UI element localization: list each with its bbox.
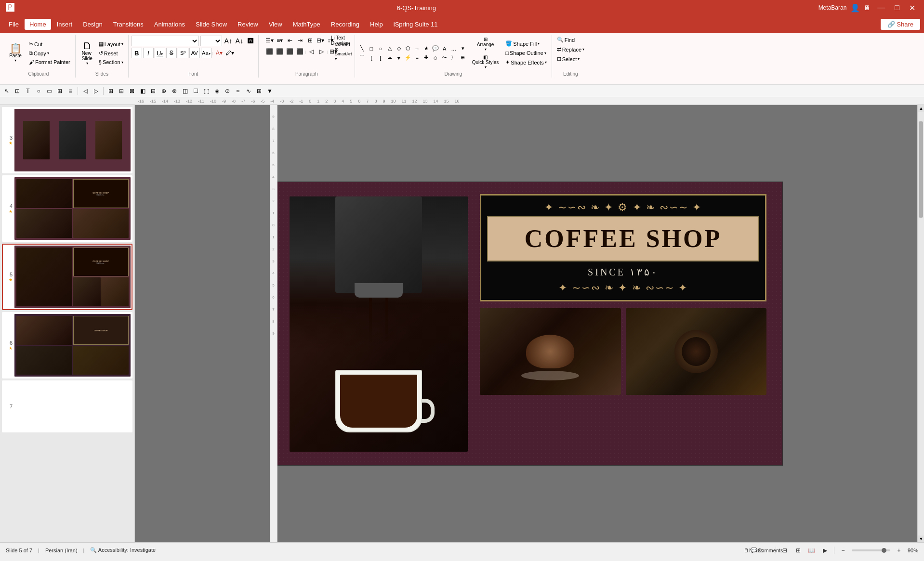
- shape-brace[interactable]: {: [367, 53, 376, 62]
- shape-curly[interactable]: 〉: [449, 53, 458, 62]
- qt-more9[interactable]: ⬚: [201, 86, 211, 96]
- scroll-up-button[interactable]: ▲: [918, 105, 924, 112]
- smart-art-button[interactable]: ⊞: [305, 36, 315, 45]
- font-increase-button[interactable]: A↑: [224, 36, 233, 46]
- menu-transitions[interactable]: Transitions: [108, 19, 148, 30]
- shape-fill-button[interactable]: 🪣 Shape Fill ▾: [503, 39, 548, 48]
- maximize-button[interactable]: □: [892, 3, 902, 12]
- menu-design[interactable]: Design: [78, 19, 107, 30]
- qt-more10[interactable]: ◈: [212, 86, 222, 96]
- qt-more14[interactable]: ⊞: [254, 86, 264, 96]
- reset-button[interactable]: ↺ Reset: [97, 49, 125, 57]
- shape-circle[interactable]: ○: [376, 44, 385, 53]
- justify-button[interactable]: ⬛: [295, 47, 305, 56]
- menu-recording[interactable]: Recording: [326, 19, 364, 30]
- section-button[interactable]: § Section ▾: [97, 58, 125, 66]
- menu-file[interactable]: File: [4, 19, 24, 30]
- rtl-button[interactable]: ◁: [307, 47, 317, 56]
- shape-heart[interactable]: ♥: [395, 53, 403, 62]
- shape-arrow[interactable]: →: [413, 44, 422, 53]
- qt-more4[interactable]: ⊟: [148, 86, 158, 96]
- convert-smartart-button[interactable]: Convert to SmartArt ▾: [339, 47, 348, 56]
- qt-text[interactable]: T: [23, 86, 33, 96]
- shape-outline-button[interactable]: □ Shape Outline ▾: [503, 49, 548, 57]
- slide-canvas[interactable]: ✦ ∼∽∾ ❧ ✦ ⚙ ✦ ❧ ∾∽∼ ✦ COFFEE SHOP SINCE …: [277, 182, 783, 466]
- reading-view-button[interactable]: 📖: [807, 546, 817, 555]
- increase-indent-button[interactable]: ⇥: [295, 36, 305, 45]
- qt-more6[interactable]: ⊗: [170, 86, 179, 96]
- shape-more[interactable]: …: [449, 44, 458, 53]
- decrease-indent-button[interactable]: ⇤: [285, 36, 295, 45]
- qt-align[interactable]: ⊟: [117, 86, 126, 96]
- zoom-in-button[interactable]: +: [894, 546, 904, 555]
- align-right-button[interactable]: ⬛: [285, 47, 295, 56]
- shape-diamond[interactable]: ◇: [395, 44, 403, 53]
- shape-eq[interactable]: =: [413, 53, 422, 62]
- menu-home[interactable]: Home: [25, 19, 51, 30]
- shadow-button[interactable]: S⁰: [178, 48, 188, 58]
- find-button[interactable]: 🔍 Find: [555, 36, 577, 44]
- replace-button[interactable]: ⇄ Replace ▾: [555, 45, 586, 53]
- arrange-button[interactable]: ⊞ Arrange ▾: [470, 36, 501, 52]
- bold-button[interactable]: B: [132, 48, 142, 58]
- slide-thumb-4[interactable]: 4 ★ COFFEE SHOP SINCE ۱۳۵۰: [2, 175, 132, 242]
- align-left-button[interactable]: ⬛: [265, 47, 275, 56]
- close-button[interactable]: ✕: [906, 3, 918, 13]
- strikethrough-button[interactable]: S: [166, 48, 177, 58]
- qt-more12[interactable]: ≈: [233, 86, 243, 96]
- canvas-area[interactable]: 9 8 7 6 5 4 3 2 1 0 1 2 3 4 5 6 7 8 9: [135, 105, 917, 542]
- menu-help[interactable]: Help: [365, 19, 388, 30]
- slide-thumb-6[interactable]: 6 ★ COFFEE SHOP: [2, 312, 132, 378]
- ltr-button[interactable]: ▷: [317, 47, 327, 56]
- shape-text[interactable]: A: [440, 44, 449, 53]
- shape-rect[interactable]: □: [367, 44, 376, 53]
- vertical-scrollbar[interactable]: ▲ ▼: [917, 105, 924, 542]
- shape-cross[interactable]: ✚: [422, 53, 431, 62]
- qt-more7[interactable]: ◫: [180, 86, 190, 96]
- qt-more3[interactable]: ◧: [138, 86, 147, 96]
- italic-button[interactable]: I: [143, 48, 154, 58]
- menu-review[interactable]: Review: [233, 19, 263, 30]
- slide-thumb-7[interactable]: 7: [2, 380, 132, 432]
- numbering-button[interactable]: ≡▾: [275, 36, 285, 45]
- comments-button[interactable]: 💬 Comments: [762, 546, 772, 555]
- shape-extra[interactable]: ⊕: [459, 53, 467, 62]
- qt-more8[interactable]: ☐: [191, 86, 200, 96]
- new-slide-button[interactable]: 🗋 New Slide ▾: [79, 40, 96, 66]
- normal-view-button[interactable]: ⊟: [780, 546, 790, 555]
- scroll-down-button[interactable]: ▼: [918, 535, 924, 542]
- shapes-dropdown[interactable]: ▾: [459, 44, 467, 53]
- shape-cloud[interactable]: ☁: [385, 53, 394, 62]
- zoom-out-button[interactable]: −: [838, 546, 848, 555]
- shape-line[interactable]: ╲: [358, 44, 367, 53]
- qt-pointer[interactable]: ↖: [2, 86, 12, 96]
- shape-star[interactable]: ★: [422, 44, 431, 53]
- shape-smiley[interactable]: ☺: [431, 53, 440, 62]
- underline-button[interactable]: U▾: [155, 48, 165, 58]
- font-size-select[interactable]: [200, 36, 222, 46]
- format-painter-button[interactable]: 🖌 Format Painter: [27, 58, 72, 66]
- slide-show-button[interactable]: ▶: [820, 546, 830, 555]
- slide-thumb-3[interactable]: 3 ★: [2, 107, 132, 173]
- minimize-button[interactable]: —: [874, 3, 888, 12]
- change-case-button[interactable]: Aa▾: [201, 48, 211, 58]
- qt-right-arrow[interactable]: ▷: [91, 86, 101, 96]
- align-center-button[interactable]: ⬛: [275, 47, 285, 56]
- font-decrease-button[interactable]: A↓: [235, 36, 244, 46]
- menu-mathtype[interactable]: MathType: [288, 19, 325, 30]
- qt-arrange[interactable]: ⊞: [55, 86, 65, 96]
- shape-bracket[interactable]: [: [376, 53, 385, 62]
- menu-ispring[interactable]: iSpring Suite 11: [389, 19, 443, 30]
- menu-view[interactable]: View: [264, 19, 287, 30]
- cut-button[interactable]: ✂ Cut: [27, 40, 72, 48]
- qt-left-arrow[interactable]: ◁: [80, 86, 90, 96]
- shape-pentagon[interactable]: ⬠: [404, 44, 412, 53]
- select-button[interactable]: ⊡ Select ▾: [555, 55, 582, 63]
- qt-more15[interactable]: ▼: [265, 86, 275, 96]
- qt-circle[interactable]: ○: [34, 86, 43, 96]
- menu-insert[interactable]: Insert: [52, 19, 78, 30]
- bullets-button[interactable]: ☰▾: [265, 36, 275, 45]
- qt-more[interactable]: ≡: [66, 86, 75, 96]
- shape-effects-button[interactable]: ✦ Shape Effects ▾: [503, 58, 548, 66]
- menu-animations[interactable]: Animations: [149, 19, 190, 30]
